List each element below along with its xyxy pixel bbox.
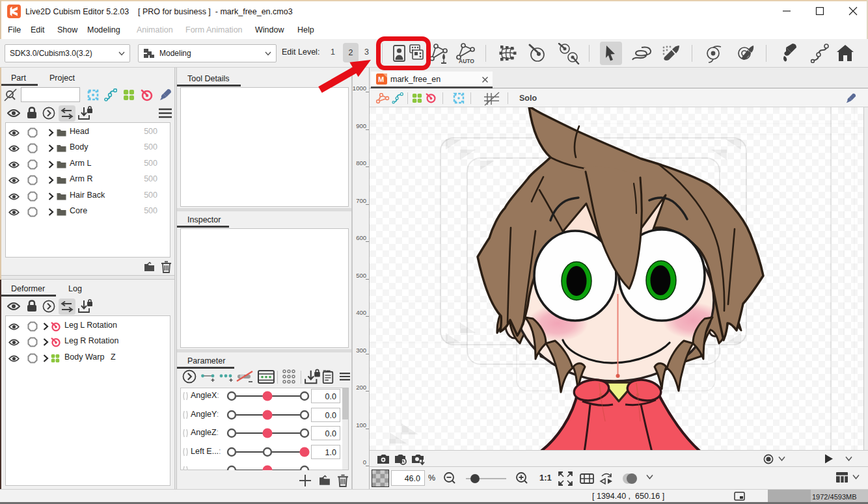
svg-text:AUTO: AUTO [459,58,474,64]
svg-text:M: M [378,75,384,83]
